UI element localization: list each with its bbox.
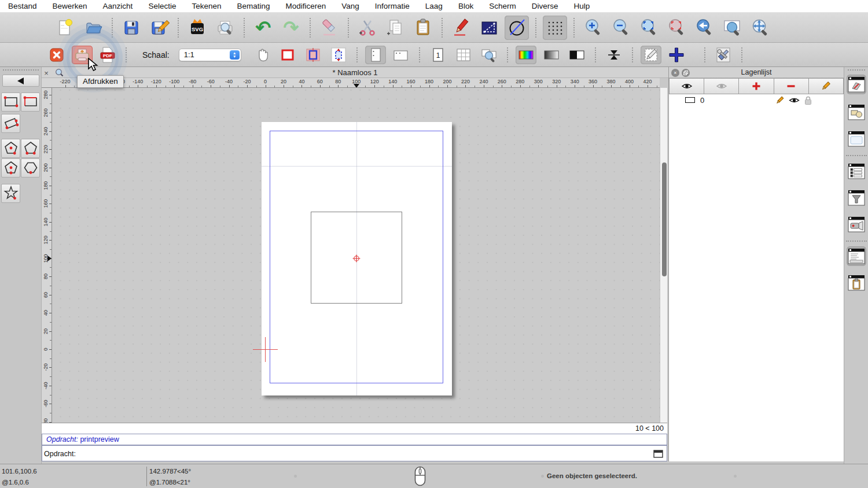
pan-button[interactable] bbox=[748, 16, 772, 40]
menu-blok[interactable]: Blok bbox=[458, 2, 473, 10]
new-document-button[interactable] bbox=[53, 16, 78, 40]
landscape-orientation-button[interactable] bbox=[391, 46, 411, 64]
menu-informatie[interactable]: Informatie bbox=[375, 2, 410, 10]
zoom-out-button[interactable] bbox=[609, 16, 633, 40]
zoom-extents-button[interactable] bbox=[637, 16, 661, 40]
scrollbar-thumb[interactable] bbox=[662, 162, 667, 276]
grayscale-mode-button[interactable] bbox=[541, 46, 562, 64]
console-window-icon[interactable] bbox=[653, 450, 663, 458]
circle-line-tool-button[interactable] bbox=[505, 16, 529, 40]
layer-color-swatch[interactable] bbox=[685, 97, 695, 103]
page-outline-button[interactable] bbox=[277, 46, 298, 64]
command-history-value: printpreview bbox=[80, 435, 119, 443]
command-input-row[interactable]: Opdracht: bbox=[42, 445, 667, 461]
edit-layer-button[interactable] bbox=[809, 78, 844, 94]
polygon-center-vertex-tool-button[interactable] bbox=[1, 158, 20, 178]
hexagon-tool-button[interactable] bbox=[21, 158, 40, 178]
export-pdf-button[interactable]: PDF bbox=[97, 46, 118, 64]
menu-selectie[interactable]: Selectie bbox=[148, 2, 176, 10]
star-tool-button[interactable] bbox=[1, 184, 20, 203]
drawing-canvas[interactable] bbox=[52, 88, 660, 423]
close-preview-button[interactable] bbox=[46, 46, 67, 64]
print-button[interactable] bbox=[72, 46, 93, 64]
menu-bestand[interactable]: Bestand bbox=[8, 2, 37, 10]
zoom-page-button[interactable] bbox=[720, 16, 744, 40]
export-svg-button[interactable]: SVG bbox=[185, 16, 209, 40]
paste-button[interactable] bbox=[411, 16, 435, 40]
print-area-button[interactable] bbox=[303, 46, 323, 64]
objects-panel-toggle[interactable] bbox=[847, 102, 866, 122]
clipboard-panel-toggle[interactable] bbox=[847, 273, 866, 293]
list-panel-toggle[interactable] bbox=[847, 161, 866, 181]
edit-drawing-button[interactable] bbox=[641, 46, 661, 64]
zoom-in-button[interactable] bbox=[581, 16, 605, 40]
undo-button[interactable]: ↶ bbox=[251, 16, 275, 40]
settings-tools-button[interactable] bbox=[713, 46, 734, 64]
redo-button[interactable]: ↷ bbox=[279, 16, 303, 40]
add-layer-button[interactable] bbox=[739, 78, 774, 94]
flip-button[interactable] bbox=[604, 46, 624, 64]
dock-drag-handle[interactable] bbox=[848, 69, 865, 71]
layers-panel-toggle[interactable] bbox=[847, 75, 866, 94]
layer-visibility-icon[interactable] bbox=[789, 97, 800, 104]
menu-tekenen[interactable]: Tekenen bbox=[192, 2, 221, 10]
main-toolbar: SVG ↶ ↷ bbox=[0, 13, 868, 43]
pan-hand-button[interactable] bbox=[252, 46, 273, 64]
menu-scherm[interactable]: Scherm bbox=[489, 2, 516, 10]
hide-all-layers-button[interactable] bbox=[704, 78, 739, 94]
palette-drag-handle[interactable] bbox=[3, 69, 39, 71]
toolbar-separator bbox=[178, 18, 179, 38]
close-document-button[interactable]: × bbox=[42, 69, 50, 77]
dimension-style-button[interactable] bbox=[477, 16, 501, 40]
polygon-center-tool-button[interactable] bbox=[1, 139, 20, 158]
copy-button[interactable] bbox=[383, 16, 407, 40]
layer-edit-pencil-icon[interactable] bbox=[775, 96, 784, 105]
menu-bewerken[interactable]: Bewerken bbox=[53, 2, 87, 10]
save-button[interactable] bbox=[119, 16, 144, 40]
zoom-previous-button[interactable] bbox=[692, 16, 716, 40]
portrait-orientation-button[interactable] bbox=[365, 46, 386, 64]
grid-toggle-button[interactable] bbox=[543, 16, 567, 40]
ruler-tick bbox=[274, 86, 275, 87]
rectangle-sides-tool-button[interactable] bbox=[21, 93, 40, 112]
menu-aanzicht[interactable]: Aanzicht bbox=[103, 2, 133, 10]
menu-vang[interactable]: Vang bbox=[341, 2, 359, 10]
erase-button[interactable] bbox=[317, 16, 341, 40]
collapse-palette-button[interactable] bbox=[2, 75, 39, 87]
canvas-scrollbar[interactable] bbox=[660, 88, 667, 423]
presentation-panel-toggle[interactable] bbox=[847, 215, 866, 234]
preview-pages-button[interactable] bbox=[479, 46, 499, 64]
info-panel-toggle[interactable] bbox=[847, 246, 866, 266]
zoom-indicator: 10 < 100 bbox=[42, 423, 667, 434]
menu-hulp[interactable]: Hulp bbox=[573, 2, 590, 10]
scale-select[interactable]: 1:1▲▼ bbox=[179, 49, 241, 61]
polygon-edge-tool-button[interactable] bbox=[21, 139, 40, 158]
multi-page-button[interactable] bbox=[453, 46, 474, 64]
remove-layer-button[interactable] bbox=[774, 78, 809, 94]
open-file-button[interactable] bbox=[81, 16, 105, 40]
document-zoom-icon[interactable] bbox=[55, 68, 64, 77]
save-as-button[interactable] bbox=[147, 16, 171, 40]
menu-modificeren[interactable]: Modificeren bbox=[286, 2, 326, 10]
single-page-button[interactable]: 1 bbox=[428, 46, 448, 64]
print-preview-button[interactable] bbox=[213, 16, 237, 40]
zoom-selection-button[interactable] bbox=[664, 16, 689, 40]
filter-panel-toggle[interactable] bbox=[847, 188, 866, 208]
ruler-tick bbox=[484, 85, 484, 87]
menu-diverse[interactable]: Diverse bbox=[532, 2, 558, 10]
layer-lock-icon[interactable] bbox=[804, 96, 812, 105]
draw-sketch-button[interactable] bbox=[449, 16, 473, 40]
rectangle-tool-button[interactable] bbox=[1, 93, 20, 112]
rotated-rectangle-tool-button[interactable] bbox=[1, 114, 20, 133]
menu-bemating[interactable]: Bemating bbox=[237, 2, 270, 10]
ruler-tick bbox=[529, 86, 530, 87]
properties-panel-toggle[interactable] bbox=[847, 129, 866, 149]
menu-laag[interactable]: Laag bbox=[425, 2, 443, 10]
bw-mode-button[interactable] bbox=[567, 46, 587, 64]
color-mode-button[interactable] bbox=[516, 46, 536, 64]
add-point-button[interactable] bbox=[666, 46, 687, 64]
cut-button[interactable] bbox=[355, 16, 380, 40]
show-all-layers-button[interactable] bbox=[669, 78, 704, 94]
fit-page-button[interactable] bbox=[328, 46, 349, 64]
layer-row[interactable]: 0 bbox=[669, 94, 844, 106]
